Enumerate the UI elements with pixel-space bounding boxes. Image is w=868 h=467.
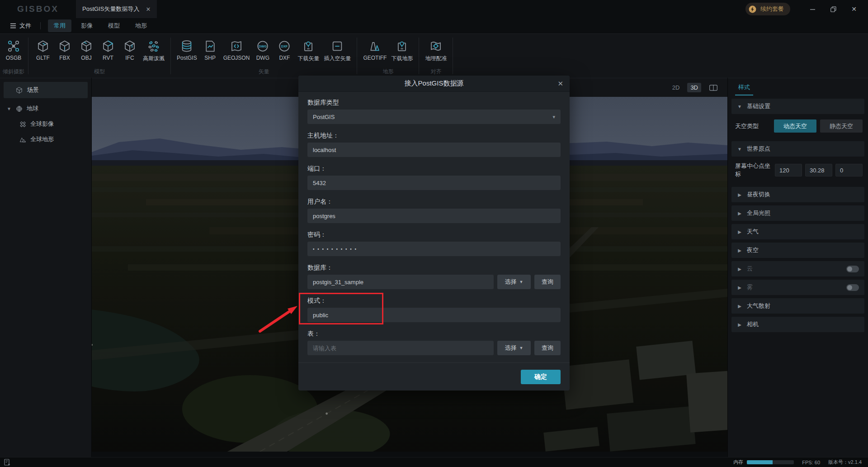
section-label: 云	[747, 265, 753, 273]
file-menu-button[interactable]: 文件	[0, 22, 40, 30]
ribbon-item-dwg[interactable]: DWG DWG	[252, 37, 274, 67]
view-2d-button[interactable]: 2D	[669, 83, 683, 92]
section-atmosphere[interactable]: ▶ 大气散射	[731, 298, 864, 314]
ribbon-separator	[28, 38, 28, 74]
host-label: 主机地址：	[307, 131, 561, 139]
ribbon-item-postgis[interactable]: PostGIS	[175, 37, 199, 67]
dwg-circle-icon: DWG	[256, 39, 269, 53]
fog-toggle[interactable]	[846, 284, 859, 291]
mountain-icon	[19, 136, 27, 143]
ribbon-separator	[170, 38, 171, 74]
section-day-night[interactable]: ▶ 昼夜切换	[731, 187, 864, 202]
ribbon-item-download-vector[interactable]: 下载矢量	[295, 37, 321, 67]
field-port: 端口：	[307, 164, 561, 190]
host-input[interactable]	[307, 143, 561, 157]
dialog-close-icon[interactable]: ✕	[557, 76, 563, 92]
ribbon-item-label: SHP	[204, 55, 216, 61]
document-tab[interactable]: PostGIS矢量数据导入 ✕	[76, 0, 157, 18]
lightning-icon	[748, 5, 757, 14]
section-basic-settings[interactable]: ▼ 基础设置	[731, 99, 864, 114]
static-sky-button[interactable]: 静态天空	[820, 119, 863, 133]
menu-tab-terrain[interactable]: 地形	[129, 19, 153, 32]
dxf-circle-icon: DXF	[278, 39, 291, 53]
app-logo: GISBOX	[17, 0, 71, 18]
database-query-button[interactable]: 查询	[534, 275, 561, 289]
clouds-toggle[interactable]	[846, 266, 859, 272]
password-input[interactable]	[307, 242, 561, 256]
style-panel-tabbar: 样式	[728, 78, 868, 95]
sky-type-row: 天空类型 动态天空 静态天空	[728, 114, 868, 138]
annotation-highlight-rect	[299, 293, 383, 324]
ribbon-item-dxf[interactable]: DXF DXF	[274, 37, 295, 67]
coord-x-input[interactable]	[775, 164, 802, 176]
section-camera[interactable]: ▶ 相机	[731, 317, 864, 332]
scene-tree-item-earth[interactable]: ▼ 地球	[0, 101, 91, 116]
scene-tree-item-global-terrain[interactable]: 全球地形	[0, 132, 91, 147]
section-global-illumination[interactable]: ▶ 全局光照	[731, 205, 864, 221]
scene-tree-item-global-imagery[interactable]: 全球影像	[0, 116, 91, 132]
db-type-select[interactable]: PostGIS ▾	[307, 110, 561, 124]
port-input[interactable]	[307, 176, 561, 190]
ribbon-item-label: 地理配准	[425, 55, 447, 62]
hamburger-icon	[10, 23, 16, 29]
ribbon-item-download-terrain[interactable]: 下载地形	[389, 37, 415, 67]
section-fog[interactable]: ▶ 雾	[731, 280, 864, 295]
minimize-button[interactable]	[802, 0, 823, 18]
cube-icon	[15, 86, 23, 94]
ribbon-item-fbx[interactable]: FBX	[54, 37, 75, 67]
log-note-icon[interactable]	[4, 459, 10, 466]
ribbon-item-ifc[interactable]: IFC	[119, 37, 141, 67]
database-input[interactable]	[307, 275, 494, 289]
ribbon-item-geojson[interactable]: GEOJSON	[221, 37, 252, 67]
coord-y-input[interactable]	[805, 164, 832, 176]
ribbon-item-shp[interactable]: SHP	[199, 37, 221, 67]
ribbon-item-label: RVT	[103, 55, 113, 61]
coord-z-input[interactable]	[835, 164, 863, 176]
ribbon-item-gaussian-splat[interactable]: 高斯泼溅	[141, 37, 167, 67]
ribbon-item-gltf[interactable]: GLTF	[32, 37, 54, 67]
dynamic-sky-button[interactable]: 动态天空	[774, 119, 816, 133]
ribbon-item-osgb[interactable]: OSGB	[3, 37, 24, 67]
ribbon-separator	[419, 38, 419, 74]
ribbon-item-georeference[interactable]: 地理配准	[423, 37, 449, 67]
table-select-button[interactable]: 选择 ▼	[497, 341, 531, 355]
caret-right-icon: ▶	[737, 192, 742, 197]
titlebar: GISBOX PostGIS矢量数据导入 ✕ 续约套餐 ✕	[0, 0, 868, 18]
section-weather[interactable]: ▶ 天气	[731, 224, 864, 239]
menu-tab-common[interactable]: 常用	[48, 19, 71, 32]
ribbon-item-insert-empty-vector[interactable]: 插入空矢量	[321, 37, 353, 67]
view-3d-button[interactable]: 3D	[687, 83, 701, 92]
tab-style[interactable]: 样式	[735, 83, 753, 95]
ok-button[interactable]: 确定	[521, 370, 561, 384]
scene-tree-item-scene[interactable]: 场景	[4, 82, 88, 98]
section-clouds[interactable]: ▶ 云	[731, 261, 864, 276]
cube-icon	[36, 39, 50, 53]
restore-button[interactable]	[823, 0, 844, 18]
table-query-button[interactable]: 查询	[534, 341, 561, 355]
menu-tab-model[interactable]: 模型	[102, 19, 126, 32]
password-label: 密码：	[307, 230, 561, 238]
chevron-down-icon: ▼	[519, 280, 524, 284]
ribbon-item-geotiff[interactable]: GEOTIFF	[361, 37, 389, 67]
caret-down-icon[interactable]: ▼	[6, 106, 12, 111]
select-button-label: 选择	[505, 344, 517, 352]
table-input[interactable]	[307, 341, 494, 355]
split-view-button[interactable]	[706, 83, 721, 93]
ribbon-item-rvt[interactable]: RVT	[97, 37, 119, 67]
username-input[interactable]	[307, 209, 561, 223]
section-night-sky[interactable]: ▶ 夜空	[731, 243, 864, 258]
caret-right-icon: ▶	[737, 248, 742, 253]
db-type-value: PostGIS	[313, 114, 335, 120]
section-world-origin[interactable]: ▼ 世界原点	[731, 141, 864, 157]
tab-close-icon[interactable]: ✕	[146, 6, 151, 13]
ribbon-item-obj[interactable]: OBJ	[75, 37, 97, 67]
screen-center-row: 屏幕中心点坐标	[728, 157, 868, 184]
renew-plan-button[interactable]: 续约套餐	[745, 3, 790, 15]
menu-tab-imagery[interactable]: 影像	[75, 19, 99, 32]
database-select-button[interactable]: 选择 ▼	[497, 275, 531, 289]
caret-right-icon: ▶	[737, 322, 742, 327]
close-button[interactable]: ✕	[844, 0, 864, 18]
ribbon-item-label: GEOTIFF	[363, 55, 387, 61]
satellite-icon	[19, 120, 27, 128]
section-label: 夜空	[747, 246, 759, 254]
